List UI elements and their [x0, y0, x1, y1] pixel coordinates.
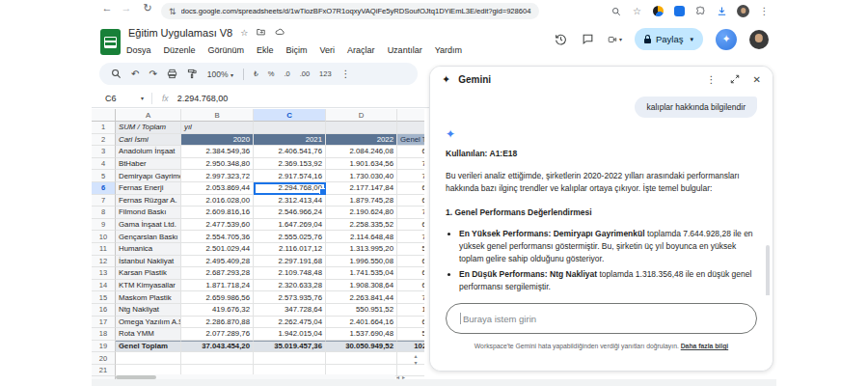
cell-B18[interactable]: 2.077.289,76 [181, 328, 254, 341]
cell-C3[interactable]: 2.406.541,76 [254, 146, 326, 158]
cell-A19[interactable]: Genel Toplam [116, 341, 181, 353]
cell-D15[interactable]: 2.263.841,44 [326, 291, 397, 304]
cell-E2[interactable]: Genel Toplam [397, 134, 424, 147]
row-header-5[interactable]: 5 [92, 170, 116, 182]
reload-button[interactable]: ↻ [140, 2, 155, 14]
cell-E19[interactable]: 102.113.861,08 [397, 341, 424, 353]
select-all-corner[interactable] [92, 109, 116, 122]
back-button[interactable]: ← [99, 2, 115, 14]
cell-D4[interactable]: 1.901.634,56 [326, 158, 397, 171]
cell-D14[interactable]: 1.908.308,64 [326, 280, 397, 292]
cell-C9[interactable]: 1.647.269,04 [254, 219, 326, 232]
extension-color-icon[interactable] [652, 5, 665, 17]
gemini-button[interactable]: ✦ [716, 29, 737, 50]
cell-B7[interactable]: 2.016.028,00 [181, 195, 254, 207]
spreadsheet-grid[interactable]: ABCDE1SUM / Toplamyıl2Cari İsmi202020212… [92, 109, 424, 386]
zoom-select[interactable]: 100% ▾ [207, 69, 233, 79]
column-header-C[interactable]: C [254, 109, 326, 122]
meet-camera-icon[interactable]: ▾ [608, 32, 622, 46]
cell-D9[interactable]: 2.258.335,52 [326, 219, 397, 232]
cell-B16[interactable]: 419.676,32 [181, 304, 254, 317]
cell-B4[interactable]: 2.950.348,80 [181, 158, 254, 171]
column-header-A[interactable]: A [116, 109, 181, 122]
share-caret-icon[interactable]: ▾ [690, 36, 693, 43]
sheets-logo-icon[interactable] [100, 29, 121, 55]
cell-C13[interactable]: 2.109.748,48 [254, 267, 326, 280]
cell-D3[interactable]: 2.084.246,08 [326, 146, 397, 158]
cell-D19[interactable]: 30.050.949,52 [326, 341, 397, 353]
cell-D7[interactable]: 1.879.745,28 [326, 195, 397, 207]
comments-icon[interactable] [581, 32, 595, 46]
panel-scrollbar-thumb[interactable] [766, 245, 770, 298]
cell-A15[interactable]: Maskom Plastik [116, 291, 181, 304]
cell-C20[interactable] [254, 352, 326, 365]
cell-B13[interactable]: 2.687.293,28 [181, 267, 254, 280]
cell-E12[interactable]: 6.789.151,04 [397, 256, 424, 268]
cell-A11[interactable]: Humanica [116, 243, 181, 256]
undo-icon[interactable]: ↶ [131, 69, 139, 79]
cell-E14[interactable]: 6.100.660,16 [397, 280, 424, 292]
cell-A12[interactable]: İstanbul Nakliyat [116, 256, 181, 268]
row-header-14[interactable]: 14 [92, 280, 116, 292]
row-header-21[interactable]: 21 [92, 365, 116, 377]
share-button[interactable]: Paylaş ▾ [635, 28, 703, 50]
cell-C8[interactable]: 2.546.966,24 [254, 207, 326, 219]
cell-D10[interactable]: 2.114.648,48 [326, 231, 397, 243]
bookmark-star-icon[interactable]: ☆ [631, 5, 643, 17]
column-header-D[interactable]: D [326, 109, 397, 122]
row-header-16[interactable]: 16 [92, 304, 116, 317]
cell-D16[interactable]: 550.951,52 [326, 304, 397, 317]
cell-B19[interactable]: 37.043.454,20 [181, 341, 254, 353]
cell-D20[interactable] [326, 352, 397, 365]
cell-E10[interactable]: 7.224.379,60 [397, 231, 424, 243]
cell-A8[interactable]: Filmond Baskı [116, 207, 181, 219]
cell-A10[interactable]: Gençarslan Baskı [116, 231, 181, 243]
cell-C10[interactable]: 2.555.025,76 [254, 231, 326, 243]
cell-D2[interactable]: 2022 [326, 134, 397, 147]
row-header-11[interactable]: 11 [92, 243, 116, 256]
cell-D8[interactable]: 2.190.624,80 [326, 207, 397, 219]
cell-B12[interactable]: 2.495.409,28 [181, 256, 254, 268]
cell-E1[interactable] [397, 122, 424, 134]
cell-A4[interactable]: BtHaber [116, 158, 181, 171]
menu-item-ekle[interactable]: Ekle [257, 45, 274, 55]
cell-C1[interactable] [254, 122, 326, 134]
print-icon[interactable] [167, 69, 177, 79]
account-avatar[interactable] [749, 30, 769, 49]
cell-E8[interactable]: 7.347.407,20 [397, 207, 424, 219]
percent-format-button[interactable]: % [268, 69, 275, 78]
cell-E18[interactable]: 5.556.995,28 [397, 328, 424, 341]
cell-D12[interactable]: 1.996.550,08 [326, 256, 397, 268]
menu-item-veri[interactable]: Veri [320, 45, 336, 55]
row-header-20[interactable]: 20 [92, 352, 116, 365]
cell-A2[interactable]: Cari İsmi [116, 134, 181, 147]
column-header-E[interactable]: E [397, 109, 424, 122]
forward-button[interactable]: → [119, 2, 134, 14]
cell-A13[interactable]: Karsan Plastik [116, 267, 181, 280]
version-history-icon[interactable] [554, 32, 568, 46]
name-box-caret-icon[interactable]: ▾ [141, 95, 144, 101]
cell-B2[interactable]: 2020 [181, 134, 254, 147]
cell-E5[interactable]: 7.644.928,28 [397, 170, 424, 182]
decrease-decimals-button[interactable]: .0 [284, 69, 289, 78]
profile-avatar[interactable] [737, 5, 749, 17]
cell-C5[interactable]: 2.917.574,16 [254, 170, 326, 182]
row-header-2[interactable]: 2 [92, 134, 116, 147]
cloud-status-icon[interactable] [274, 27, 285, 39]
cell-A16[interactable]: Ntg Nakliyat [116, 304, 181, 317]
cell-A6[interactable]: Fernas Enerji [116, 182, 181, 195]
cell-B17[interactable]: 2.286.870,88 [181, 317, 254, 329]
cell-A1[interactable]: SUM / Toplam [116, 122, 181, 134]
download-icon[interactable] [716, 5, 728, 17]
menu-item-düzenle[interactable]: Düzenle [164, 45, 196, 55]
cell-D18[interactable]: 1.537.690,48 [326, 328, 397, 341]
cell-C17[interactable]: 2.262.475,04 [254, 317, 326, 329]
zoom-icon[interactable] [610, 5, 622, 17]
cell-E15[interactable]: 7.497.763,76 [397, 291, 424, 304]
column-header-B[interactable]: B [181, 109, 254, 122]
row-header-3[interactable]: 3 [92, 146, 116, 158]
cell-C12[interactable]: 2.297.191,68 [254, 256, 326, 268]
panel-menu-icon[interactable]: ⋮ [707, 74, 717, 85]
cell-D1[interactable] [326, 122, 397, 134]
vertical-scroll-arrows[interactable]: ▴▾ [411, 353, 420, 366]
